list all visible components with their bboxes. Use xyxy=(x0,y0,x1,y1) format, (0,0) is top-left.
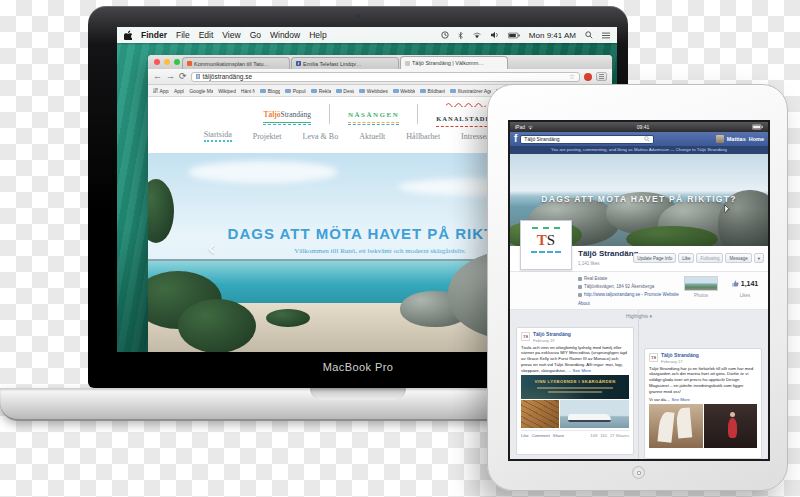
facebook-logo[interactable]: f xyxy=(514,134,517,144)
zoom-window-button[interactable] xyxy=(174,59,180,65)
menu-item-window[interactable]: Window xyxy=(270,30,300,40)
mouse-cursor xyxy=(724,204,731,214)
chrome-menu-button[interactable] xyxy=(596,72,607,81)
contest-banner-image[interactable]: VINN LYXBOENDE I SKÄRGÅRDEN xyxy=(521,375,629,399)
share-link[interactable]: Share xyxy=(553,433,564,438)
logo-taljo-strandang[interactable]: TäljöStrandäng xyxy=(263,103,311,125)
post-avatar[interactable]: TS xyxy=(521,332,530,341)
nav-startsida[interactable]: Startsida xyxy=(204,130,232,142)
status-time: 09:41 xyxy=(637,124,650,130)
apple-menu-icon[interactable] xyxy=(124,30,132,40)
address-line: Täljöviksvägen, 184 92 Åkersberga xyxy=(578,284,654,289)
nav-leva-bo[interactable]: Leva & Bo xyxy=(303,132,339,141)
browser-tab-active[interactable]: Täljö Strandäng | Välkomm… xyxy=(400,56,508,69)
share-count: 27 Shares xyxy=(610,433,629,438)
menu-item-go[interactable]: Go xyxy=(250,30,261,40)
bookmark-folder[interactable]: Bildbanker xyxy=(420,88,445,94)
minimize-window-button[interactable] xyxy=(164,59,170,65)
menu-item-finder[interactable]: Finder xyxy=(141,30,167,40)
menu-clock[interactable]: Mon 9:41 AM xyxy=(529,31,576,40)
browser-tab-1[interactable]: Kommunikationsplan till Tatu… xyxy=(182,57,290,69)
message-button[interactable]: Message xyxy=(725,253,751,263)
post-author[interactable]: Täljö Strandäng xyxy=(661,353,699,359)
tab3-title: Täljö Strandäng | Välkomm… xyxy=(412,60,484,66)
see-more-link[interactable]: See More xyxy=(671,397,690,402)
update-page-info-button[interactable]: Update Page Info xyxy=(633,253,676,263)
bookmark-folder[interactable]: Bloggar xyxy=(260,88,280,94)
feed-post-2: TS Täljö Strandäng February 17 Täljö Str… xyxy=(644,348,762,459)
bookmark-folder[interactable]: Illustratörer Agentur xyxy=(450,88,491,94)
wifi-icon xyxy=(527,125,534,130)
spotlight-icon[interactable] xyxy=(585,31,593,39)
folder-icon xyxy=(336,89,342,93)
post-photo-yacht[interactable] xyxy=(560,400,629,428)
post-photo-mannequin[interactable] xyxy=(704,404,758,448)
bookmark-folder[interactable]: Reklam xyxy=(311,88,331,94)
volume-icon[interactable] xyxy=(491,31,499,39)
home-link[interactable]: Home xyxy=(749,136,764,142)
post-avatar[interactable]: TS xyxy=(649,353,658,362)
post-photo-shop[interactable] xyxy=(649,404,703,448)
slider-prev-arrow[interactable]: ‹ xyxy=(208,237,215,257)
post-date[interactable]: February 19 xyxy=(533,338,571,343)
see-more-link[interactable]: See More xyxy=(573,368,592,373)
bookmark-item[interactable]: Wikipedia xyxy=(218,88,235,94)
profile-picture-card[interactable]: TS xyxy=(520,220,572,270)
page-name[interactable]: Täljö Strandäng xyxy=(578,249,638,258)
about-link[interactable]: About xyxy=(578,301,590,306)
admin-voice-notice[interactable]: You are posting, commenting, and liking … xyxy=(510,146,768,154)
highlights-dropdown[interactable]: Highlights ▾ xyxy=(510,313,768,319)
browser-tab-2[interactable]: fEmilia Telefast Lindqv… xyxy=(291,57,399,69)
bookmark-folder[interactable]: Populärt xyxy=(285,88,306,94)
ipad-status-bar: iPad 09:41 xyxy=(510,122,768,132)
bookmark-apps[interactable]: Appar xyxy=(153,88,169,94)
address-bar[interactable]: täljöstrandäng.se ☆ xyxy=(191,72,580,82)
bookmark-star-icon[interactable]: ☆ xyxy=(569,73,575,81)
user-avatar[interactable] xyxy=(716,135,724,143)
home-button[interactable] xyxy=(632,466,645,479)
post-footer: Like Comment Share 148 110 27 Shares xyxy=(521,430,629,438)
photos-box[interactable]: Photos xyxy=(684,276,718,298)
more-dropdown-button[interactable]: ▾ xyxy=(754,253,764,263)
user-name-link[interactable]: Mattias xyxy=(727,136,746,142)
extension-badge-icon[interactable] xyxy=(584,73,592,81)
menu-item-help[interactable]: Help xyxy=(309,30,326,40)
logo-nasangen[interactable]: NÄSÄNGEN xyxy=(348,103,399,125)
macos-menu-bar: Finder File Edit View Go Window Help Mon… xyxy=(117,27,617,43)
comment-link[interactable]: Comment xyxy=(532,433,550,438)
menu-item-file[interactable]: File xyxy=(176,30,190,40)
bookmark-item[interactable]: Hänt Nu xyxy=(241,88,256,94)
photos-label: Photos xyxy=(684,293,718,298)
following-button[interactable]: Following xyxy=(696,253,723,263)
like-link[interactable]: Like xyxy=(521,433,529,438)
nav-hallbarhet[interactable]: Hållbarhet xyxy=(406,132,440,141)
bookmark-item[interactable]: Google Maps xyxy=(189,88,213,94)
back-button[interactable]: ← xyxy=(153,72,162,81)
close-window-button[interactable] xyxy=(154,59,160,65)
clock-menu-icon[interactable] xyxy=(441,31,449,39)
nav-aktuellt[interactable]: Aktuellt xyxy=(359,132,385,141)
menu-item-edit[interactable]: Edit xyxy=(199,30,214,40)
post-text: Tävla och vinn en oförglömlig lyxhelg me… xyxy=(521,345,629,374)
battery-icon[interactable] xyxy=(508,32,520,39)
wifi-icon[interactable] xyxy=(472,31,482,39)
post-author[interactable]: Täljö Strandäng xyxy=(533,332,571,338)
bookmark-folder[interactable]: Design xyxy=(336,88,355,94)
like-button[interactable]: Like xyxy=(678,253,694,263)
facebook-search-input[interactable]: Täljö Strandäng xyxy=(520,135,654,144)
website-line[interactable]: http://www.taljostrandang.se - Promote W… xyxy=(578,292,679,297)
forward-button[interactable]: → xyxy=(166,72,175,81)
comment-count: 110 xyxy=(600,433,607,438)
menu-item-view[interactable]: View xyxy=(222,30,240,40)
bookmark-folder[interactable]: Webbdesign xyxy=(359,88,387,94)
nav-projektet[interactable]: Projektet xyxy=(253,132,282,141)
likes-box[interactable]: 1,141 Likes xyxy=(726,276,764,298)
bluetooth-icon[interactable] xyxy=(458,31,463,40)
notification-center-icon[interactable] xyxy=(602,32,610,39)
post-date[interactable]: February 17 xyxy=(661,359,699,364)
bookmark-folder[interactable]: Webbkoll xyxy=(393,88,415,94)
bookmark-item[interactable]: Apple xyxy=(174,88,184,94)
page-likes-subtext: 1,141 likes xyxy=(578,261,600,266)
reload-button[interactable]: ⟳ xyxy=(179,72,187,81)
post-photo-deck[interactable] xyxy=(521,400,559,428)
